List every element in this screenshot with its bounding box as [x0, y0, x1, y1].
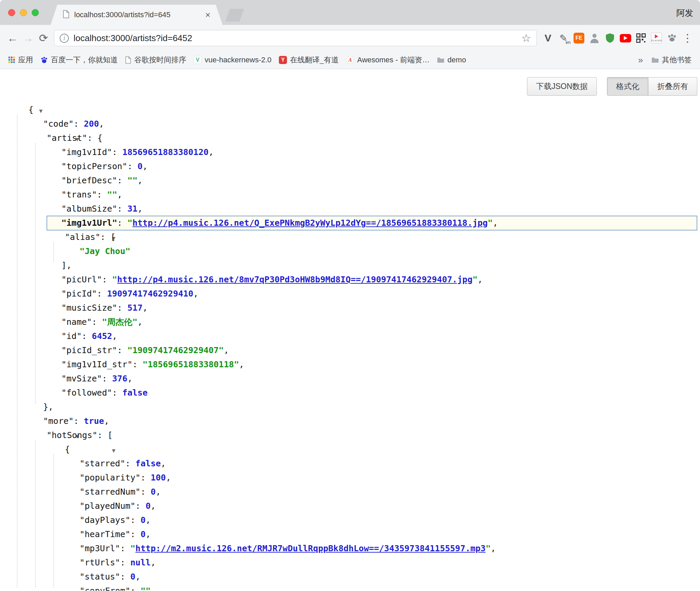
json-key: "alias": [65, 232, 100, 242]
shield-icon[interactable]: [602, 30, 618, 46]
indent-guide: [17, 115, 18, 587]
json-link-value[interactable]: http://p4.music.126.net/8mv7qP30Pd3oHW8b…: [117, 275, 473, 284]
json-number: 0: [138, 161, 143, 171]
json-line: "popularity": 100,: [0, 471, 700, 485]
json-punct: [: [111, 232, 116, 242]
json-punct: ,: [127, 374, 133, 383]
url-text[interactable]: localhost:3000/artists?id=6452: [74, 33, 519, 43]
json-line: "briefDesc": "",: [0, 174, 700, 188]
json-punct: ,: [491, 543, 496, 553]
json-punct: :: [130, 529, 141, 539]
download-json-button[interactable]: 下载JSON数据: [527, 77, 597, 96]
json-number: 0: [130, 572, 136, 582]
player-box: PLAYER: [651, 33, 662, 43]
collapse-toggle-icon[interactable]: ▼: [112, 447, 115, 454]
json-punct: ,: [143, 161, 148, 171]
json-key: "img1v1Url": [61, 218, 117, 228]
json-punct: ,: [151, 586, 156, 591]
json-punct: ,: [138, 176, 143, 185]
json-key: "mp3Url": [80, 543, 120, 553]
json-line: "name": "周杰伦",: [0, 315, 700, 329]
json-key: "hearTime": [80, 529, 130, 539]
json-punct: :: [97, 289, 107, 299]
browser-tab[interactable]: localhost:3000/artists?id=645 ×: [51, 5, 223, 25]
profile-icon[interactable]: [587, 30, 602, 46]
bookmark-demo-folder[interactable]: demo: [433, 54, 470, 66]
json-key: "status": [80, 572, 120, 582]
profile-name[interactable]: 阿发: [676, 7, 693, 19]
bookmark-vue-hackernews[interactable]: V vue-hackernews-2.0: [190, 54, 275, 66]
collapse-toggle-icon[interactable]: ▼: [39, 107, 42, 114]
tab-close-icon[interactable]: ×: [205, 10, 210, 19]
player-icon[interactable]: PLAYER: [649, 30, 664, 46]
json-punct: :: [97, 190, 107, 199]
json-punct: :: [120, 543, 130, 553]
bookmarks-overflow-chevron[interactable]: »: [634, 55, 648, 65]
site-info-icon[interactable]: i: [60, 34, 69, 43]
fehelper-icon[interactable]: FE: [571, 30, 587, 46]
bookmark-awesomes[interactable]: A Awesomes - 前端资…: [342, 53, 433, 67]
json-punct: ,: [239, 360, 244, 369]
menu-dots-glyph: ⋮: [682, 32, 693, 44]
youtube-icon[interactable]: [618, 30, 633, 46]
page-icon: [125, 56, 131, 64]
json-string: "": [127, 176, 138, 185]
indent-guide: [53, 455, 54, 587]
json-punct: :: [74, 119, 84, 129]
bookmark-label: vue-hackernews-2.0: [205, 56, 271, 64]
json-line: "musicSize": 517,: [0, 301, 700, 315]
collapse-all-button[interactable]: 折叠所有: [648, 77, 697, 96]
json-punct: ,: [166, 473, 171, 483]
json-link-value[interactable]: http://p4.music.126.net/Q_ExePNkmgB2yWyL…: [133, 218, 488, 228]
json-punct: :: [133, 360, 143, 369]
json-key: "artist": [47, 133, 87, 143]
json-line: "playedNum": 0,: [0, 499, 700, 513]
bookmark-youdao-translate[interactable]: Y 在线翻译_有道: [275, 53, 342, 67]
json-punct: :: [141, 487, 151, 497]
address-bar[interactable]: i localhost:3000/artists?id=6452 ☆: [54, 30, 537, 46]
close-window-button[interactable]: [8, 9, 15, 16]
back-button[interactable]: ←: [5, 30, 20, 46]
bookmark-label: Awesomes - 前端资…: [357, 55, 430, 65]
json-key: "starred": [80, 459, 125, 468]
json-punct: :: [136, 501, 146, 511]
fullscreen-window-button[interactable]: [32, 9, 39, 16]
json-punct: ,: [146, 515, 151, 525]
tab-title: localhost:3000/artists?id=645: [74, 10, 201, 19]
json-key: "briefDesc": [61, 176, 117, 185]
new-tab-button[interactable]: [225, 9, 244, 22]
indent-guide: [53, 242, 54, 262]
bookmark-star-icon[interactable]: ☆: [521, 32, 531, 44]
paw-icon[interactable]: [664, 30, 680, 46]
json-link-value[interactable]: http://m2.music.126.net/RMJR7wDullRqppBk…: [136, 543, 486, 553]
qrcode-icon[interactable]: [633, 30, 649, 46]
paw-shape: [667, 34, 677, 42]
vimium-icon[interactable]: V: [540, 30, 556, 46]
json-string: "18569651883380118": [143, 360, 239, 369]
bookmark-label: 在线翻译_有道: [290, 55, 339, 65]
json-punct: :: [117, 204, 127, 214]
bookmark-baidu[interactable]: 百度一下，你就知道: [37, 53, 121, 67]
json-number: 100: [151, 473, 166, 483]
reload-button[interactable]: ⟳: [36, 30, 51, 46]
vue-icon: V: [194, 56, 202, 64]
forward-button: →: [20, 30, 36, 46]
minimize-window-button[interactable]: [20, 9, 27, 16]
json-line: "starred": false,: [0, 457, 700, 471]
json-punct: :: [120, 558, 130, 567]
player-icon-label: PLAYER: [651, 39, 662, 42]
bookmark-apps[interactable]: 应用: [5, 53, 37, 67]
play-triangle-icon: [655, 34, 658, 38]
navigation-bar: ← → ⟳ i localhost:3000/artists?id=6452 ☆…: [0, 25, 700, 51]
menu-icon[interactable]: ⋮: [680, 30, 695, 46]
bookmark-label: 谷歌按时间排序: [134, 55, 186, 65]
translate-pen-icon[interactable]: ✎ en: [556, 30, 571, 46]
bookmark-google-sort[interactable]: 谷歌按时间排序: [121, 53, 190, 67]
json-number: 31: [127, 204, 138, 214]
format-button[interactable]: 格式化: [607, 77, 648, 96]
json-key: "picId_str": [61, 345, 117, 355]
youtube-play-icon: [620, 34, 631, 42]
json-string: ": [488, 218, 493, 228]
pen-badge-label: en: [566, 40, 571, 45]
other-bookmarks-folder[interactable]: 其他书签: [648, 53, 695, 67]
